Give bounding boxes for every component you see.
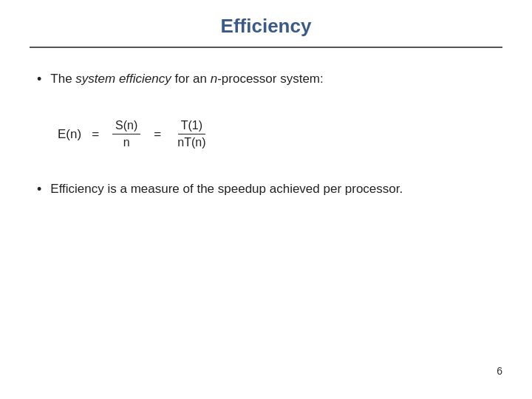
formula: E(n) = S(n) n = T(1) nT(n)	[58, 119, 211, 149]
bullet-text-1: The system efficiency for an n-processor…	[50, 69, 323, 89]
slide-title: Efficiency	[30, 15, 502, 38]
formula-fraction1: S(n) n	[112, 119, 140, 149]
formula-fraction2: T(1) nT(n)	[174, 119, 208, 149]
formula-equals1: =	[92, 127, 99, 142]
formula-container: E(n) = S(n) n = T(1) nT(n)	[58, 119, 495, 149]
formula-frac2-denom: nT(n)	[174, 134, 208, 149]
bullet-item-2: • Efficiency is a measure of the speedup…	[37, 179, 495, 200]
formula-frac1-denom: n	[120, 134, 133, 149]
slide: Efficiency • The system efficiency for a…	[0, 0, 532, 399]
formula-lhs: E(n)	[58, 127, 81, 142]
bullet-dot-2: •	[37, 180, 41, 200]
formula-frac2-numer: T(1)	[178, 119, 205, 134]
bullet-item-1: • The system efficiency for an n-process…	[37, 69, 495, 89]
bullet-dot-1: •	[37, 69, 41, 89]
bullet-text-2: Efficiency is a measure of the speedup a…	[50, 179, 403, 199]
content-area: • The system efficiency for an n-process…	[30, 69, 502, 358]
formula-equals2: =	[154, 127, 161, 142]
page-number: 6	[30, 358, 502, 377]
title-area: Efficiency	[30, 15, 502, 48]
formula-frac1-numer: S(n)	[112, 119, 140, 134]
